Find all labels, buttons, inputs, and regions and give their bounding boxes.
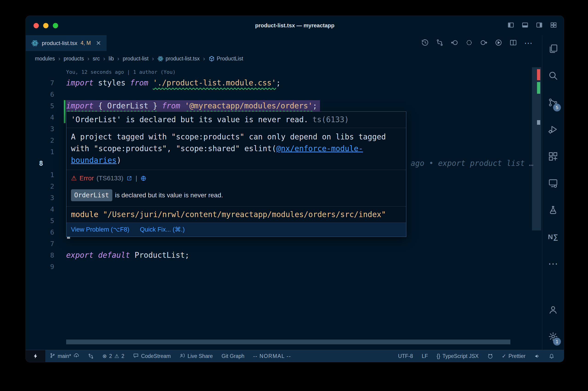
warning-icon: ⚠ [71,174,77,182]
line-number[interactable]: 2 [26,135,66,146]
remote-explorer-icon[interactable] [542,170,564,196]
breadcrumb-separator: › [58,55,60,62]
breadcrumb-separator: › [87,55,89,62]
extensions-icon[interactable] [542,143,564,170]
settings-gear-icon[interactable]: 1 [542,323,564,350]
notifications-bell-icon[interactable] [549,353,554,359]
gitlens-compare-icon[interactable] [88,353,94,359]
language-mode-status[interactable]: {} TypeScript JSX [437,353,479,359]
hover-popup: 'OrderList' is declared but its value is… [66,111,406,237]
compare-changes-icon[interactable] [436,39,443,47]
horizontal-scrollbar[interactable] [66,340,510,344]
open-docs-icon[interactable] [126,175,132,182]
quick-fix-link[interactable]: Quick Fix... (⌘.) [140,226,185,233]
explorer-icon[interactable] [542,35,564,62]
window-title: product-list.tsx — myreactapp [26,22,564,29]
more-views-icon[interactable]: ⋯ [542,250,564,277]
maximize-window-button[interactable] [53,23,58,28]
settings-badge: 1 [553,338,561,346]
code-row[interactable]: 9 [26,261,542,273]
line-number[interactable]: 2 [26,181,66,192]
line-number[interactable] [26,67,66,77]
breadcrumb-file[interactable]: product-list.tsx [157,56,200,62]
problems-status[interactable]: ⊗ 2 ⚠ 2 [102,353,124,359]
accounts-icon[interactable] [542,296,564,323]
code-row[interactable]: 7import styles from './product-list.modu… [26,77,542,89]
next-change-icon[interactable] [480,39,488,47]
run-file-icon[interactable] [495,39,502,47]
prettier-status[interactable]: ✓ Prettier [502,353,525,359]
hover-footer: View Problem (⌥F8) Quick Fix... (⌘.) [66,223,406,237]
line-number[interactable]: 5 [26,100,66,112]
react-file-icon [31,39,39,47]
blame-row[interactable]: You, 12 seconds ago | 1 author (You) [26,67,542,77]
line-number[interactable]: 5 [26,215,66,226]
breadcrumb-products[interactable]: products [64,56,84,62]
module-path: module"/Users/juri/nrwl/content/myreacta… [66,206,406,223]
line-number[interactable]: 6 [26,226,66,238]
code-row[interactable]: 5import { OrderList } from '@myreactapp/… [26,100,542,112]
line-number[interactable]: 4 [26,112,66,123]
nx-console-icon[interactable]: N∑ [542,223,564,250]
run-debug-icon[interactable] [542,116,564,143]
line-number[interactable]: 8 [26,249,66,261]
toggle-sidebar-left-icon[interactable] [507,22,514,29]
line-number[interactable]: 1 [26,146,66,158]
eol-status[interactable]: LF [422,353,428,359]
breadcrumb-lib[interactable]: lib [109,56,114,62]
timeline-history-icon[interactable] [421,39,429,47]
warning-icon: ⚠ [114,353,119,359]
line-content: export default ProductList; [66,249,189,261]
code-row[interactable]: 8export default ProductList; [26,249,542,261]
previous-change-icon[interactable] [451,39,458,47]
toggle-sidebar-right-icon[interactable] [536,22,543,29]
editor[interactable]: You, 12 seconds ago | 1 author (You)7imp… [26,66,542,350]
live-share-status[interactable]: Live Share [179,353,213,360]
breadcrumb-separator: › [117,55,119,62]
vim-mode-status[interactable]: -- NORMAL -- [253,353,291,359]
breadcrumb-product-list-folder[interactable]: product-list [123,56,148,62]
breadcrumb-symbol[interactable]: ProductList [209,56,243,62]
close-window-button[interactable] [34,23,39,28]
line-number[interactable]: 3 [26,123,66,135]
symbol-chip: OrderList [71,189,112,201]
line-number[interactable]: 8 [26,158,66,169]
line-number[interactable]: 4 [26,203,66,215]
search-icon[interactable] [542,62,564,89]
status-bar-right: UTF-8 LF {} TypeScript JSX ✓ Prettier [394,353,564,359]
git-branch-status[interactable]: main* [50,353,79,360]
codestream-status[interactable]: CodeStream [133,353,171,360]
feedback-icon[interactable] [534,353,540,359]
testing-icon[interactable] [542,196,564,223]
changes-circle-icon[interactable] [465,39,473,47]
inline-blame: ago • export product list … [411,158,534,169]
minimize-window-button[interactable] [43,23,48,28]
code-row[interactable]: 7 [26,238,542,249]
line-number[interactable]: 3 [26,192,66,203]
more-actions-icon[interactable]: ⋯ [524,39,532,47]
line-number[interactable]: 9 [26,261,66,273]
code-row[interactable]: 6 [26,89,542,100]
line-number[interactable]: 7 [26,77,66,89]
view-problem-link[interactable]: View Problem (⌥F8) [71,226,129,233]
breadcrumb-modules[interactable]: modules [35,56,55,62]
toggle-panel-icon[interactable] [522,22,528,29]
tab-product-list[interactable]: product-list.tsx 4, M ✕ [26,35,107,51]
remote-indicator-icon[interactable] [26,350,45,362]
line-number[interactable]: 1 [26,169,66,181]
source-control-icon[interactable]: 5 [542,89,564,116]
activity-bar: 5 N∑ ⋯ 1 [542,35,564,350]
breadcrumb-src[interactable]: src [93,56,100,62]
github-icon[interactable] [487,353,493,359]
encoding-status[interactable]: UTF-8 [398,353,413,359]
breadcrumb-separator: › [203,55,205,62]
line-number[interactable]: 6 [26,89,66,100]
split-editor-icon[interactable] [509,39,517,47]
git-graph-status[interactable]: Git Graph [221,353,244,359]
close-tab-icon[interactable]: ✕ [96,39,101,47]
check-icon: ✓ [502,353,506,359]
error-code: (TS6133) [96,174,123,182]
customize-layout-icon[interactable] [550,22,557,29]
globe-icon[interactable] [140,175,147,182]
line-number[interactable]: 7 [26,238,66,249]
